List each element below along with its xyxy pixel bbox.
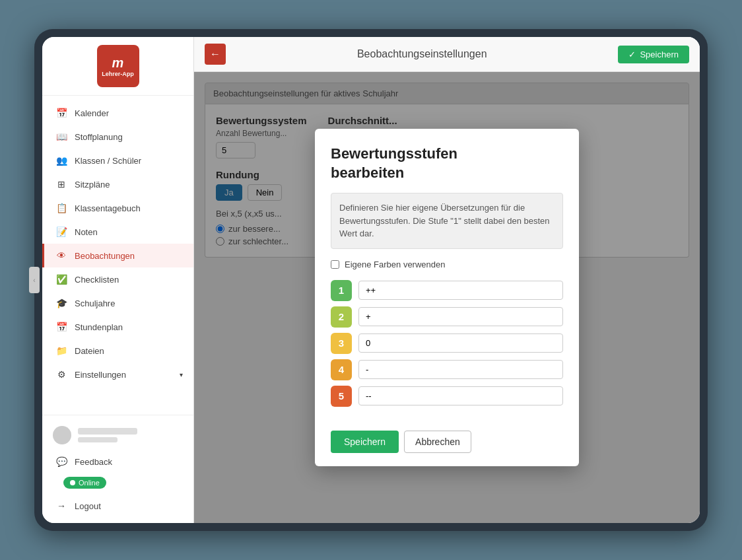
sidebar-label-klassen: Klassen / Schüler [75, 156, 141, 166]
grade-badge-2: 2 [331, 306, 352, 328]
sidebar-label-checklisten: Checklisten [75, 275, 119, 285]
files-icon: 📁 [55, 344, 68, 357]
sidebar-item-sitzplaene[interactable]: ⊞ Sitzpläne [42, 172, 193, 196]
grade-input-1[interactable] [358, 281, 563, 300]
sidebar-item-stoffplanung[interactable]: 📖 Stoffplanung [42, 125, 193, 149]
sidebar-label-logout: Logout [75, 501, 101, 511]
sidebar-logo: m Lehrer-App [42, 37, 193, 96]
top-bar: ← Beobachtungseinstellungen ✓ Speichern [194, 37, 700, 72]
checklist-icon: ✅ [55, 273, 68, 286]
sidebar-item-feedback[interactable]: 💬 Feedback [42, 450, 193, 473]
modal-footer: Speichern Abbrechen [315, 423, 579, 466]
sidebar-nav: 📅 Kalender 📖 Stoffplanung 👥 Klassen / Sc… [42, 96, 193, 415]
tablet-frame: m Lehrer-App 📅 Kalender 📖 Stoffplanung 👥… [34, 29, 708, 531]
sidebar-label-sitzplaene: Sitzpläne [75, 180, 110, 190]
sidebar-item-klassentagebuch[interactable]: 📋 Klassentagebuch [42, 196, 193, 220]
back-button[interactable]: ← [205, 44, 226, 65]
sidebar-label-stoffplanung: Stoffplanung [75, 132, 123, 142]
school-icon: 🎓 [55, 297, 68, 310]
grade-row-1: 1 [331, 280, 563, 301]
user-role [78, 437, 118, 442]
grade-rows-container: 12345 [331, 280, 563, 407]
modal-save-button[interactable]: Speichern [331, 431, 399, 453]
tablet-screen: m Lehrer-App 📅 Kalender 📖 Stoffplanung 👥… [42, 37, 700, 523]
sidebar-item-stundenplan[interactable]: 📅 Stundenplan [42, 315, 193, 339]
main-content: ← Beobachtungseinstellungen ✓ Speichern … [194, 37, 700, 523]
sidebar-item-einstellungen[interactable]: ⚙ Einstellungen ▾ [42, 363, 193, 386]
grade-input-2[interactable] [358, 307, 563, 326]
sidebar-item-logout[interactable]: → Logout [42, 494, 193, 518]
chevron-down-icon: ▾ [180, 371, 183, 378]
modal-title: Bewertungsstufen bearbeiten [331, 145, 563, 182]
grade-badge-1: 1 [331, 280, 352, 301]
logo-main-text: m [112, 55, 124, 71]
save-top-label: Speichern [640, 50, 679, 59]
grade-input-4[interactable] [358, 360, 563, 379]
sidebar-item-schuljahre[interactable]: 🎓 Schuljahre [42, 291, 193, 315]
user-name [78, 428, 137, 435]
grade-row-5: 5 [331, 386, 563, 407]
svg-point-0 [70, 480, 75, 485]
modal-title-line2: bearbeiten [331, 164, 404, 181]
grade-row-4: 4 [331, 359, 563, 380]
book-icon: 📖 [55, 130, 68, 143]
sidebar-item-beobachtungen[interactable]: 👁 Beobachtungen [42, 244, 193, 267]
settings-icon: ⚙ [55, 368, 68, 381]
modal-body: Bewertungsstufen bearbeiten Definieren S… [315, 129, 579, 423]
sidebar: m Lehrer-App 📅 Kalender 📖 Stoffplanung 👥… [42, 37, 194, 523]
grade-row-3: 3 [331, 333, 563, 354]
sidebar-bottom: 💬 Feedback Online → Logout [42, 415, 193, 523]
modal-overlay: Bewertungsstufen bearbeiten Definieren S… [194, 72, 700, 523]
grade-input-5[interactable] [358, 386, 563, 405]
timetable-icon: 📅 [55, 320, 68, 333]
users-icon: 👥 [55, 154, 68, 167]
eigene-farben-label: Eigene Farben verwenden [345, 260, 446, 269]
user-profile-item[interactable] [42, 421, 193, 450]
online-status-container: Online [42, 473, 193, 494]
feedback-icon: 💬 [55, 455, 68, 468]
grade-row-2: 2 [331, 306, 563, 328]
sidebar-item-dateien[interactable]: 📁 Dateien [42, 339, 193, 363]
calendar-icon: 📅 [55, 106, 68, 120]
sidebar-item-checklisten[interactable]: ✅ Checklisten [42, 267, 193, 291]
grade-badge-4: 4 [331, 359, 352, 380]
online-label: Online [79, 479, 100, 487]
online-badge: Online [63, 477, 106, 489]
modal-title-line1: Bewertungsstufen [331, 145, 457, 162]
notes-icon: 📝 [55, 225, 68, 238]
checkbox-row[interactable]: Eigene Farben verwenden [331, 260, 563, 269]
sidebar-label-kalender: Kalender [75, 108, 109, 118]
observation-icon: 👁 [55, 249, 68, 262]
back-arrow-icon: ← [210, 48, 220, 60]
grid-icon: ⊞ [55, 178, 68, 191]
page-title: Beobachtungseinstellungen [234, 48, 610, 60]
clipboard-icon: 📋 [55, 201, 68, 215]
save-top-button[interactable]: ✓ Speichern [618, 46, 689, 63]
grade-badge-3: 3 [331, 333, 352, 354]
sidebar-label-beobachtungen: Beobachtungen [75, 251, 135, 261]
modal-description: Definieren Sie hier eigene Übersetzungen… [331, 193, 563, 249]
content-area: Beobachtungseinstellungen für aktives Sc… [194, 72, 700, 523]
eigene-farben-checkbox[interactable] [331, 260, 339, 269]
logout-icon: → [55, 499, 68, 512]
sidebar-label-einstellungen: Einstellungen [75, 370, 126, 380]
modal-cancel-button[interactable]: Abbrechen [404, 431, 471, 453]
sidebar-item-noten[interactable]: 📝 Noten [42, 220, 193, 244]
checkmark-icon: ✓ [628, 50, 636, 59]
sidebar-item-klassen[interactable]: 👥 Klassen / Schüler [42, 149, 193, 172]
modal-dialog: Bewertungsstufen bearbeiten Definieren S… [315, 129, 579, 466]
cloud-icon [70, 480, 75, 485]
sidebar-label-klassentagebuch: Klassentagebuch [75, 203, 141, 213]
grade-badge-5: 5 [331, 386, 352, 407]
sidebar-label-stundenplan: Stundenplan [75, 322, 123, 332]
grade-input-3[interactable] [358, 333, 563, 353]
app-logo: m Lehrer-App [97, 45, 139, 87]
logo-sub-text: Lehrer-App [102, 71, 134, 77]
user-avatar [53, 426, 71, 444]
sidebar-item-kalender[interactable]: 📅 Kalender [42, 101, 193, 125]
sidebar-label-noten: Noten [75, 227, 98, 237]
sidebar-label-feedback: Feedback [75, 457, 112, 467]
sidebar-label-schuljahre: Schuljahre [75, 298, 115, 308]
sidebar-label-dateien: Dateien [75, 346, 104, 356]
